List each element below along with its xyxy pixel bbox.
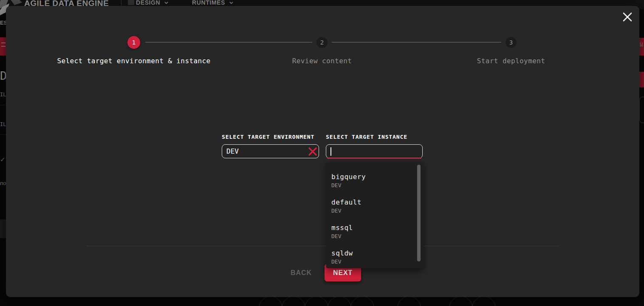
instance-input[interactable] xyxy=(326,147,422,155)
step-2-indicator: 2 xyxy=(316,37,328,48)
stepper-connector xyxy=(145,42,312,42)
step-2-label: Review content xyxy=(292,57,352,65)
dropdown-scrollbar[interactable] xyxy=(417,165,421,261)
dropdown-option-mssql[interactable]: mssql DEV xyxy=(326,219,423,245)
step-1-indicator: 1 xyxy=(127,36,140,49)
dropdown-option-bigquery[interactable]: bigquery DEV xyxy=(326,168,423,194)
footer-divider xyxy=(86,246,559,246)
option-environment: DEV xyxy=(331,233,418,240)
clear-environment-button[interactable] xyxy=(307,146,319,157)
dropdown-option-default[interactable]: default DEV xyxy=(326,194,423,219)
step-number: 3 xyxy=(509,39,513,46)
option-name: sqldw xyxy=(331,249,418,258)
clear-x-icon xyxy=(308,146,318,157)
stepper-connector xyxy=(332,42,501,42)
deployment-wizard-modal: 1 2 3 Select target environment & instan… xyxy=(6,6,639,297)
dropdown-option-sqldw[interactable]: sqldw DEV xyxy=(326,245,423,268)
instance-select[interactable] xyxy=(326,144,423,158)
step-3-label: Start deployment xyxy=(477,57,545,65)
instance-dropdown: bigquery DEV default DEV mssql DEV sqldw… xyxy=(326,163,423,268)
option-environment: DEV xyxy=(331,182,418,189)
instance-field-label: SELECT TARGET INSTANCE xyxy=(326,134,407,140)
option-name: default xyxy=(331,198,418,207)
option-name: bigquery xyxy=(331,172,418,182)
option-name: mssql xyxy=(331,223,418,233)
focus-underline xyxy=(327,157,421,159)
environment-input[interactable] xyxy=(222,147,307,155)
step-3-indicator: 3 xyxy=(506,37,517,48)
option-environment: DEV xyxy=(331,207,418,215)
close-icon xyxy=(621,11,634,23)
environment-field-label: SELECT TARGET ENVIRONMENT xyxy=(222,134,314,140)
option-environment: DEV xyxy=(331,258,418,266)
text-cursor xyxy=(330,147,331,156)
environment-select[interactable] xyxy=(222,144,319,158)
close-button[interactable] xyxy=(620,10,635,25)
step-1-label: Select target environment & instance xyxy=(57,57,210,65)
back-button[interactable]: BACK xyxy=(281,266,322,280)
step-number: 2 xyxy=(320,39,324,46)
step-number: 1 xyxy=(132,39,136,46)
